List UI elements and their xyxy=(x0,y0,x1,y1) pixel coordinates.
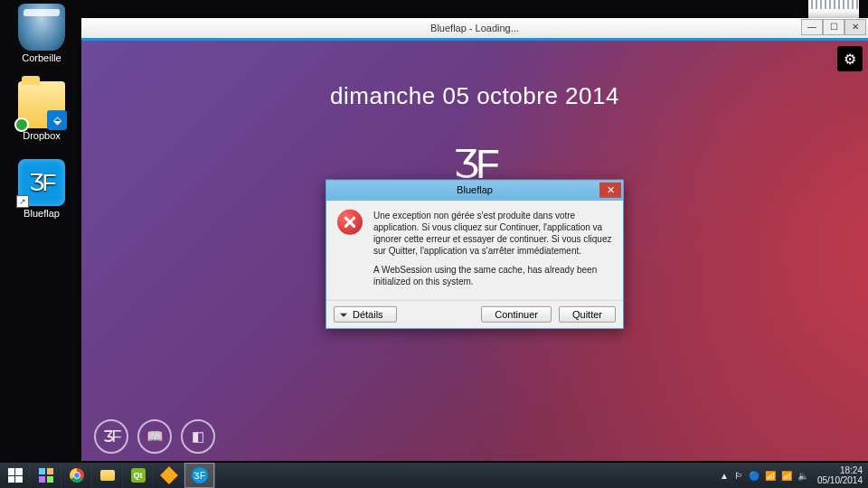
folder-icon: ⬙ xyxy=(18,81,65,128)
windows-icon xyxy=(8,468,23,483)
desktop: Corbeille ⬙ Dropbox ƷF ↗ Blueflap Bluefl… xyxy=(0,0,868,463)
continue-button[interactable]: Continuer xyxy=(481,305,552,322)
desktop-icon-blueflap[interactable]: ƷF ↗ Blueflap xyxy=(7,159,76,219)
taskbar: Qt ƷF ▲ 🏳 🔵 📶 📶 🔈 18:24 05/10/2014 xyxy=(0,463,868,488)
desktop-icon-dropbox[interactable]: ⬙ Dropbox xyxy=(7,81,76,141)
taskbar-chrome[interactable] xyxy=(61,463,92,488)
blueflap-window: Blueflap - Loading... ― ☐ ✕ ⚙ dimanche 0… xyxy=(81,18,868,461)
settings-button[interactable]: ⚙ xyxy=(837,46,863,71)
dialog-message: Une exception non gérée s'est produite d… xyxy=(373,209,612,294)
desktop-icon-label: Blueflap xyxy=(24,208,60,219)
date-header: dimanche 05 octobre 2014 xyxy=(81,82,868,110)
maximize-button[interactable]: ☐ xyxy=(823,19,844,35)
blueflap-icon: ƷF xyxy=(192,467,208,483)
tray-network-icon[interactable]: 📶 xyxy=(765,471,776,481)
blueflap-client: ⚙ dimanche 05 octobre 2014 ƷF ƷF 📖 ◧ Blu… xyxy=(81,41,868,461)
sync-ok-icon xyxy=(14,117,29,132)
plex-icon xyxy=(160,466,178,484)
system-tray[interactable]: ▲ 🏳 🔵 📶 📶 🔈 18:24 05/10/2014 xyxy=(714,463,868,488)
dialog-button-row: Détails Continuer Quitter xyxy=(326,299,623,327)
chrome-icon xyxy=(70,468,84,483)
desktop-icon-label: Dropbox xyxy=(23,130,61,141)
desktop-icons: Corbeille ⬙ Dropbox ƷF ↗ Blueflap xyxy=(7,4,76,219)
dialog-titlebar[interactable]: Blueflap ✕ xyxy=(326,180,623,200)
tray-volume-icon[interactable]: 🔈 xyxy=(797,471,808,481)
taskbar-explorer[interactable] xyxy=(92,463,123,488)
tray-wifi-icon[interactable]: 📶 xyxy=(781,471,792,481)
close-button[interactable]: ✕ xyxy=(844,19,866,35)
window-title: Blueflap - Loading... xyxy=(430,23,519,33)
task-view-button[interactable] xyxy=(31,463,61,488)
tray-overflow-icon[interactable]: ▲ xyxy=(720,471,729,481)
apps-icon xyxy=(39,468,53,483)
layout-icon: ◧ xyxy=(192,428,204,445)
taskbar-plex[interactable] xyxy=(154,463,184,488)
gear-icon: ⚙ xyxy=(844,51,856,68)
desktop-icon-label: Corbeille xyxy=(22,52,61,63)
details-button[interactable]: Détails xyxy=(334,305,397,322)
dialog-title: Blueflap xyxy=(457,184,493,195)
dock-bookmarks-button[interactable]: 📖 xyxy=(137,419,172,454)
dialog-close-button[interactable]: ✕ xyxy=(599,182,621,197)
dropbox-icon: ⬙ xyxy=(47,110,67,130)
shortcut-icon: ↗ xyxy=(16,195,29,208)
tray-dropbox-icon[interactable]: 🔵 xyxy=(749,471,760,481)
minimize-button[interactable]: ― xyxy=(801,19,823,35)
explorer-icon xyxy=(100,470,115,481)
dock-home-button[interactable]: ƷF xyxy=(94,419,128,454)
error-dialog: Blueflap ✕ Une exception non gérée s'est… xyxy=(326,179,624,328)
book-icon: 📖 xyxy=(146,428,164,445)
recycle-bin-icon xyxy=(18,4,65,51)
blueflap-icon: ƷF ↗ xyxy=(18,159,65,206)
tray-flag-icon[interactable]: 🏳 xyxy=(734,471,743,481)
error-icon xyxy=(337,209,363,234)
taskbar-clock[interactable]: 18:24 05/10/2014 xyxy=(814,465,863,485)
taskbar-blueflap[interactable]: ƷF xyxy=(184,463,215,488)
window-titlebar[interactable]: Blueflap - Loading... ― ☐ ✕ xyxy=(81,18,868,38)
dock-layout-button[interactable]: ◧ xyxy=(181,419,215,454)
desktop-icon-corbeille[interactable]: Corbeille xyxy=(7,4,76,63)
quit-button[interactable]: Quitter xyxy=(559,305,616,322)
start-button[interactable] xyxy=(0,463,31,488)
qt-icon: Qt xyxy=(131,468,146,483)
bottom-dock: ƷF 📖 ◧ xyxy=(94,419,215,454)
taskbar-qt[interactable]: Qt xyxy=(123,463,154,488)
